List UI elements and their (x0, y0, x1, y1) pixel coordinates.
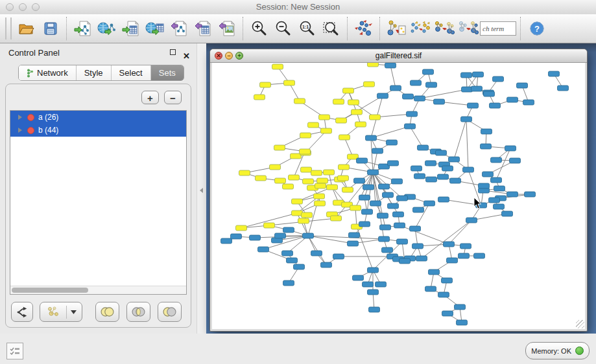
open-session-button[interactable] (14, 16, 38, 41)
graph-node-blue[interactable] (385, 63, 396, 68)
zoom-window-button[interactable] (32, 3, 40, 11)
graph-node-blue[interactable] (436, 150, 447, 155)
graph-node-blue[interactable] (382, 247, 393, 253)
graph-node-blue[interactable] (221, 238, 232, 244)
graph-node-yellow[interactable] (333, 99, 344, 104)
graph-node-blue[interactable] (479, 183, 490, 188)
set-row[interactable]: a (26) (10, 111, 186, 124)
graph-node-yellow[interactable] (352, 109, 363, 115)
expander-icon[interactable] (18, 115, 22, 120)
graph-node-yellow[interactable] (319, 115, 330, 120)
graph-node-yellow[interactable] (338, 176, 349, 181)
graph-node-blue[interactable] (283, 280, 294, 286)
minimize-window-button[interactable] (19, 3, 27, 11)
graph-node-blue[interactable] (321, 262, 332, 267)
graph-node-yellow[interactable] (291, 154, 302, 159)
set-row[interactable]: b (44) (10, 124, 186, 137)
graph-node-blue[interactable] (359, 222, 370, 227)
graph-node-yellow[interactable] (256, 176, 267, 181)
graph-node-blue[interactable] (394, 223, 405, 228)
graph-node-yellow[interactable] (348, 100, 359, 105)
graph-node-blue[interactable] (282, 251, 293, 256)
graph-node-blue[interactable] (380, 225, 391, 230)
graph-node-yellow[interactable] (284, 80, 295, 85)
graph-node-blue[interactable] (363, 282, 374, 287)
horizontal-scrollbar[interactable] (10, 286, 186, 294)
graph-node-yellow[interactable] (311, 170, 322, 176)
graph-node-blue[interactable] (392, 179, 403, 184)
graph-node-blue[interactable] (388, 161, 399, 166)
graph-node-yellow[interactable] (303, 179, 314, 184)
graph-node-blue[interactable] (483, 172, 494, 177)
graph-node-yellow[interactable] (315, 183, 326, 188)
graph-node-blue[interactable] (387, 140, 398, 145)
search-input[interactable] (480, 21, 516, 36)
graph-node-yellow[interactable] (292, 199, 303, 204)
graph-node-blue[interactable] (481, 129, 492, 134)
scrollbar-thumb[interactable] (12, 288, 88, 293)
task-history-button[interactable] (6, 343, 23, 359)
graph-node-yellow[interactable] (324, 170, 335, 175)
graph-node-yellow[interactable] (300, 149, 311, 154)
zoom-actual-size-button[interactable]: 1:1 (295, 16, 319, 41)
import-table-web-button[interactable] (143, 16, 167, 41)
graph-node-yellow[interactable] (289, 175, 300, 180)
graph-node-blue[interactable] (491, 157, 502, 163)
graph-node-yellow[interactable] (308, 122, 319, 128)
network-canvas[interactable] (212, 63, 585, 329)
venn-intersection-button[interactable] (126, 302, 150, 322)
graph-node-blue[interactable] (379, 236, 390, 242)
zoom-fit-selected-button[interactable] (319, 16, 343, 41)
graph-node-blue[interactable] (424, 201, 435, 206)
import-network-web-button[interactable] (95, 16, 119, 41)
graph-node-blue[interactable] (397, 196, 408, 201)
graph-node-blue[interactable] (407, 111, 418, 117)
select-first-neighbors-button[interactable] (408, 16, 432, 41)
close-window-button[interactable] (6, 3, 14, 11)
graph-node-blue[interactable] (399, 258, 411, 264)
graph-node-blue[interactable] (368, 267, 379, 273)
graph-node-blue[interactable] (349, 233, 360, 238)
network-frame[interactable]: ✕ − + galFiltered.sif (209, 49, 588, 332)
graph-node-blue[interactable] (450, 178, 461, 183)
graph-node-blue[interactable] (426, 177, 437, 182)
tab-network[interactable]: Network (19, 65, 77, 80)
graph-node-blue[interactable] (359, 195, 370, 200)
graph-node-blue[interactable] (258, 247, 269, 252)
graph-node-blue[interactable] (405, 124, 416, 129)
tab-sets[interactable]: Sets (151, 65, 184, 80)
graph-node-blue[interactable] (474, 253, 485, 258)
graph-node-blue[interactable] (466, 218, 477, 223)
graph-node-yellow[interactable] (294, 98, 305, 104)
save-session-button[interactable] (38, 16, 62, 41)
graph-node-blue[interactable] (416, 256, 427, 261)
graph-node-blue[interactable] (250, 235, 261, 240)
graph-node-yellow[interactable] (315, 201, 326, 206)
graph-node-yellow[interactable] (331, 216, 342, 221)
graph-node-blue[interactable] (397, 239, 408, 244)
graph-node-blue[interactable] (476, 203, 487, 208)
graph-node-blue[interactable] (468, 103, 479, 108)
graph-node-yellow[interactable] (283, 184, 294, 189)
graph-node-blue[interactable] (558, 85, 569, 91)
frame-maximize-icon[interactable]: + (235, 52, 243, 60)
graph-node-blue[interactable] (491, 177, 502, 183)
graph-node-blue[interactable] (507, 192, 518, 197)
graph-node-blue[interactable] (372, 148, 383, 154)
graph-node-blue[interactable] (368, 170, 379, 175)
graph-node-blue[interactable] (377, 93, 388, 98)
graph-node-yellow[interactable] (317, 178, 328, 183)
graph-node-yellow[interactable] (339, 135, 350, 140)
tab-style[interactable]: Style (77, 65, 112, 80)
graph-node-blue[interactable] (393, 212, 404, 217)
export-image-button[interactable] (215, 16, 239, 41)
graph-node-yellow[interactable] (314, 194, 325, 199)
graph-node-yellow[interactable] (327, 185, 338, 190)
graph-node-blue[interactable] (388, 203, 399, 209)
graph-node-blue[interactable] (287, 258, 298, 263)
graph-node-blue[interactable] (425, 286, 436, 291)
create-set-from-network-button[interactable] (40, 302, 82, 322)
graph-node-blue[interactable] (489, 198, 500, 203)
graph-node-yellow[interactable] (355, 122, 366, 127)
graph-node-blue[interactable] (311, 251, 322, 256)
